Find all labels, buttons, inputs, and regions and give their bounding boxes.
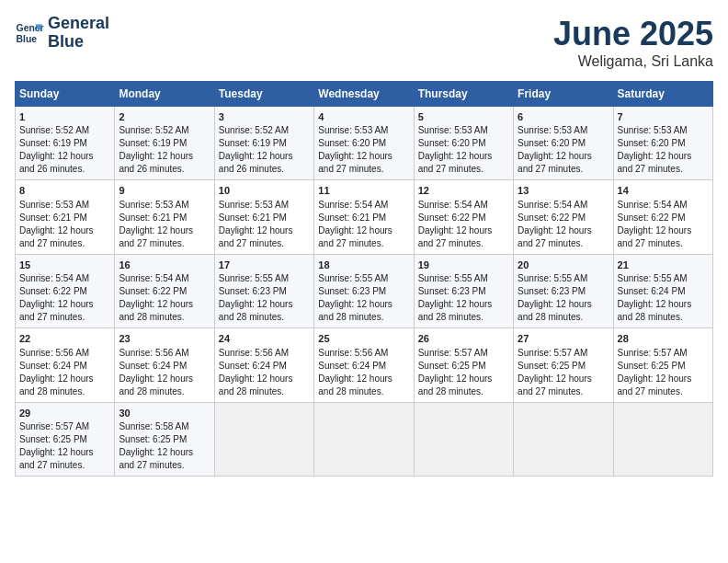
subtitle: Weligama, Sri Lanka xyxy=(553,53,713,70)
day-cell: 9Sunrise: 5:53 AM Sunset: 6:21 PM Daylig… xyxy=(115,180,214,254)
day-cell: 20Sunrise: 5:55 AM Sunset: 6:23 PM Dayli… xyxy=(514,254,613,327)
day-details: Sunrise: 5:54 AM Sunset: 6:22 PM Dayligh… xyxy=(418,199,509,250)
logo-text: General Blue xyxy=(48,15,109,52)
day-details: Sunrise: 5:55 AM Sunset: 6:23 PM Dayligh… xyxy=(318,272,409,324)
day-cell: 11Sunrise: 5:54 AM Sunset: 6:21 PM Dayli… xyxy=(314,180,414,254)
week-row-5: 29Sunrise: 5:57 AM Sunset: 6:25 PM Dayli… xyxy=(16,402,713,476)
day-cell: 15Sunrise: 5:54 AM Sunset: 6:22 PM Dayli… xyxy=(16,254,115,327)
day-details: Sunrise: 5:53 AM Sunset: 6:20 PM Dayligh… xyxy=(318,124,409,176)
day-number: 29 xyxy=(19,407,110,420)
header-row: SundayMondayTuesdayWednesdayThursdayFrid… xyxy=(16,82,713,107)
day-cell: 26Sunrise: 5:57 AM Sunset: 6:25 PM Dayli… xyxy=(414,328,513,402)
week-row-3: 15Sunrise: 5:54 AM Sunset: 6:22 PM Dayli… xyxy=(16,254,713,327)
day-details: Sunrise: 5:56 AM Sunset: 6:24 PM Dayligh… xyxy=(318,347,409,398)
day-details: Sunrise: 5:55 AM Sunset: 6:23 PM Dayligh… xyxy=(418,272,509,324)
day-number: 8 xyxy=(19,184,110,198)
col-header-tuesday: Tuesday xyxy=(214,82,313,107)
day-cell: 14Sunrise: 5:54 AM Sunset: 6:22 PM Dayli… xyxy=(613,180,712,254)
day-number: 9 xyxy=(119,184,210,198)
day-number: 6 xyxy=(518,110,609,124)
day-cell: 16Sunrise: 5:54 AM Sunset: 6:22 PM Dayli… xyxy=(115,254,214,327)
day-number: 17 xyxy=(219,259,310,272)
day-details: Sunrise: 5:58 AM Sunset: 6:25 PM Dayligh… xyxy=(119,420,210,472)
week-row-2: 8Sunrise: 5:53 AM Sunset: 6:21 PM Daylig… xyxy=(16,180,713,254)
day-number: 23 xyxy=(119,332,210,346)
day-number: 1 xyxy=(19,110,110,124)
day-number: 4 xyxy=(318,110,409,124)
day-cell: 3Sunrise: 5:52 AM Sunset: 6:19 PM Daylig… xyxy=(214,107,313,180)
day-cell: 28Sunrise: 5:57 AM Sunset: 6:25 PM Dayli… xyxy=(613,328,712,402)
day-number: 19 xyxy=(418,259,509,272)
day-number: 13 xyxy=(518,184,609,198)
col-header-thursday: Thursday xyxy=(414,82,513,107)
day-cell xyxy=(214,402,313,476)
logo-icon: General Blue xyxy=(15,18,44,48)
week-row-4: 22Sunrise: 5:56 AM Sunset: 6:24 PM Dayli… xyxy=(16,328,713,402)
day-cell: 21Sunrise: 5:55 AM Sunset: 6:24 PM Dayli… xyxy=(613,254,712,327)
day-details: Sunrise: 5:53 AM Sunset: 6:20 PM Dayligh… xyxy=(418,124,509,176)
day-cell: 24Sunrise: 5:56 AM Sunset: 6:24 PM Dayli… xyxy=(214,328,313,402)
day-details: Sunrise: 5:53 AM Sunset: 6:20 PM Dayligh… xyxy=(618,124,709,176)
day-cell: 8Sunrise: 5:53 AM Sunset: 6:21 PM Daylig… xyxy=(16,180,115,254)
day-number: 15 xyxy=(19,259,110,272)
day-cell: 12Sunrise: 5:54 AM Sunset: 6:22 PM Dayli… xyxy=(414,180,513,254)
day-number: 14 xyxy=(618,184,709,198)
day-details: Sunrise: 5:53 AM Sunset: 6:21 PM Dayligh… xyxy=(119,199,210,250)
day-number: 25 xyxy=(318,332,409,346)
day-details: Sunrise: 5:54 AM Sunset: 6:22 PM Dayligh… xyxy=(119,272,210,324)
day-cell: 17Sunrise: 5:55 AM Sunset: 6:23 PM Dayli… xyxy=(214,254,313,327)
day-details: Sunrise: 5:52 AM Sunset: 6:19 PM Dayligh… xyxy=(119,124,210,176)
day-details: Sunrise: 5:55 AM Sunset: 6:23 PM Dayligh… xyxy=(219,272,310,324)
col-header-wednesday: Wednesday xyxy=(314,82,414,107)
day-number: 10 xyxy=(219,184,310,198)
day-cell: 5Sunrise: 5:53 AM Sunset: 6:20 PM Daylig… xyxy=(414,107,513,180)
day-number: 16 xyxy=(119,259,210,272)
col-header-sunday: Sunday xyxy=(16,82,115,107)
day-cell: 6Sunrise: 5:53 AM Sunset: 6:20 PM Daylig… xyxy=(514,107,613,180)
day-cell: 23Sunrise: 5:56 AM Sunset: 6:24 PM Dayli… xyxy=(115,328,214,402)
col-header-saturday: Saturday xyxy=(613,82,712,107)
day-details: Sunrise: 5:56 AM Sunset: 6:24 PM Dayligh… xyxy=(219,347,310,398)
day-cell: 18Sunrise: 5:55 AM Sunset: 6:23 PM Dayli… xyxy=(314,254,414,327)
day-cell: 19Sunrise: 5:55 AM Sunset: 6:23 PM Dayli… xyxy=(414,254,513,327)
day-cell: 10Sunrise: 5:53 AM Sunset: 6:21 PM Dayli… xyxy=(214,180,313,254)
day-details: Sunrise: 5:53 AM Sunset: 6:20 PM Dayligh… xyxy=(518,124,609,176)
week-row-1: 1Sunrise: 5:52 AM Sunset: 6:19 PM Daylig… xyxy=(16,107,713,180)
day-number: 18 xyxy=(318,259,409,272)
day-cell: 22Sunrise: 5:56 AM Sunset: 6:24 PM Dayli… xyxy=(16,328,115,402)
day-cell xyxy=(314,402,414,476)
day-cell: 25Sunrise: 5:56 AM Sunset: 6:24 PM Dayli… xyxy=(314,328,414,402)
svg-text:Blue: Blue xyxy=(17,33,38,43)
day-details: Sunrise: 5:56 AM Sunset: 6:24 PM Dayligh… xyxy=(19,347,110,398)
logo: General Blue General Blue xyxy=(15,15,109,52)
day-cell xyxy=(613,402,712,476)
day-details: Sunrise: 5:55 AM Sunset: 6:24 PM Dayligh… xyxy=(618,272,709,324)
day-details: Sunrise: 5:52 AM Sunset: 6:19 PM Dayligh… xyxy=(219,124,310,176)
calendar-table: SundayMondayTuesdayWednesdayThursdayFrid… xyxy=(15,81,713,477)
day-cell: 4Sunrise: 5:53 AM Sunset: 6:20 PM Daylig… xyxy=(314,107,414,180)
col-header-monday: Monday xyxy=(115,82,214,107)
day-details: Sunrise: 5:53 AM Sunset: 6:21 PM Dayligh… xyxy=(19,199,110,250)
day-number: 12 xyxy=(418,184,509,198)
title-area: June 2025 Weligama, Sri Lanka xyxy=(553,15,713,70)
day-cell: 27Sunrise: 5:57 AM Sunset: 6:25 PM Dayli… xyxy=(514,328,613,402)
day-number: 20 xyxy=(518,259,609,272)
day-cell: 7Sunrise: 5:53 AM Sunset: 6:20 PM Daylig… xyxy=(613,107,712,180)
day-number: 24 xyxy=(219,332,310,346)
day-cell: 30Sunrise: 5:58 AM Sunset: 6:25 PM Dayli… xyxy=(115,402,214,476)
day-details: Sunrise: 5:57 AM Sunset: 6:25 PM Dayligh… xyxy=(19,420,110,472)
day-details: Sunrise: 5:57 AM Sunset: 6:25 PM Dayligh… xyxy=(618,347,709,398)
day-number: 27 xyxy=(518,332,609,346)
header: General Blue General Blue June 2025 Weli… xyxy=(15,15,713,70)
day-number: 30 xyxy=(119,407,210,420)
day-details: Sunrise: 5:53 AM Sunset: 6:21 PM Dayligh… xyxy=(219,199,310,250)
day-number: 26 xyxy=(418,332,509,346)
day-cell: 2Sunrise: 5:52 AM Sunset: 6:19 PM Daylig… xyxy=(115,107,214,180)
day-number: 5 xyxy=(418,110,509,124)
day-cell: 13Sunrise: 5:54 AM Sunset: 6:22 PM Dayli… xyxy=(514,180,613,254)
day-number: 28 xyxy=(618,332,709,346)
col-header-friday: Friday xyxy=(514,82,613,107)
day-number: 3 xyxy=(219,110,310,124)
day-details: Sunrise: 5:54 AM Sunset: 6:21 PM Dayligh… xyxy=(318,199,409,250)
day-cell: 29Sunrise: 5:57 AM Sunset: 6:25 PM Dayli… xyxy=(16,402,115,476)
